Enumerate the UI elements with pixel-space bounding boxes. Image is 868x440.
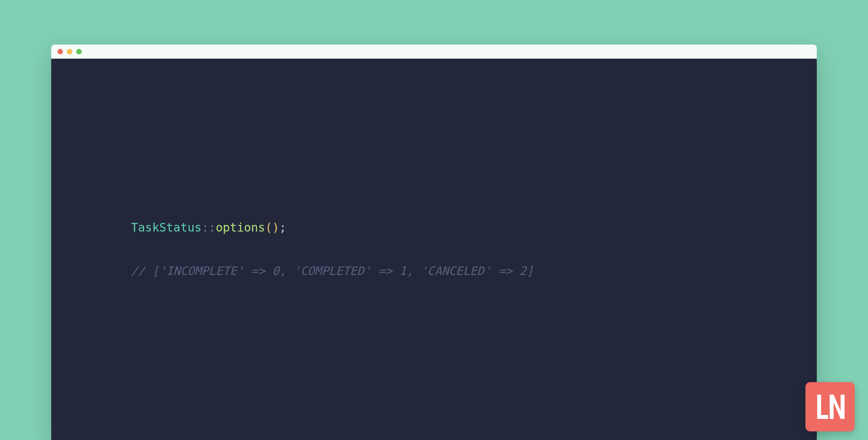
- code-editor[interactable]: TaskStatus::options(); // ['INCOMPLETE' …: [51, 59, 817, 440]
- window-titlebar: [51, 45, 817, 59]
- token-class: TaskStatus: [131, 221, 202, 234]
- stage: TaskStatus::options(); // ['INCOMPLETE' …: [0, 0, 868, 440]
- token-double-colon: ::: [202, 221, 216, 234]
- token-semicolon: ;: [279, 221, 286, 234]
- token-close-paren: ): [272, 221, 279, 234]
- close-icon[interactable]: [57, 49, 63, 54]
- code-block: TaskStatus::options(); // ['INCOMPLETE' …: [131, 217, 534, 282]
- code-window: TaskStatus::options(); // ['INCOMPLETE' …: [51, 45, 817, 440]
- ln-logo: [805, 382, 855, 431]
- minimize-icon[interactable]: [67, 49, 72, 54]
- token-function: options: [216, 221, 265, 234]
- token-open-paren: (: [265, 221, 272, 234]
- ln-logo-icon: [812, 389, 848, 424]
- zoom-icon[interactable]: [76, 49, 82, 54]
- token-comment: // ['INCOMPLETE' => 0, 'COMPLETED' => 1,…: [131, 264, 534, 278]
